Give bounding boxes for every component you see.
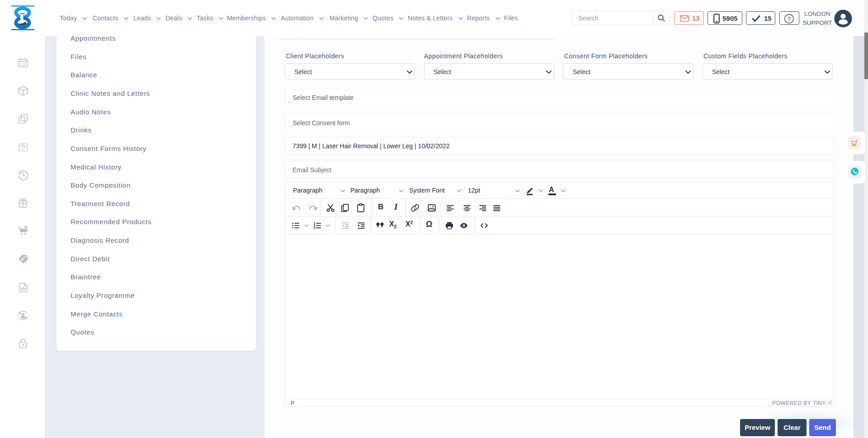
svg-text:?: ? (788, 16, 791, 22)
svg-text:12: 12 (21, 62, 25, 67)
